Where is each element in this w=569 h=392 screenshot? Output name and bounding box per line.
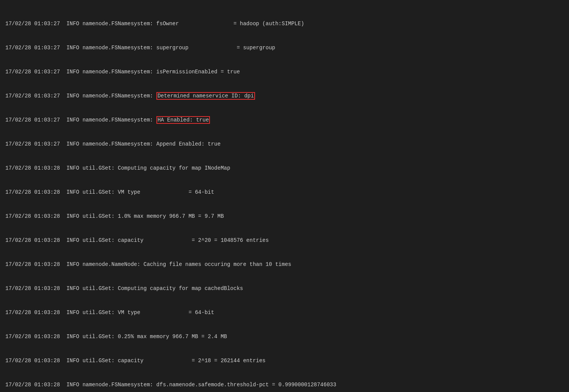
log-line-5: 17/02/28 01:03:27 INFO namenode.FSNamesy… (5, 116, 564, 124)
terminal-output: 17/02/28 01:03:27 INFO namenode.FSNamesy… (5, 4, 564, 392)
log-line-4: 17/02/28 01:03:27 INFO namenode.FSNamesy… (5, 92, 564, 100)
log-line-11: 17/02/28 01:03:28 INFO namenode.NameNode… (5, 261, 564, 269)
log-line-15: 17/02/28 01:03:28 INFO util.GSet: capaci… (5, 357, 564, 365)
highlight-nameservice: Determined nameservice ID: dpi (156, 92, 255, 100)
log-line-14: 17/02/28 01:03:28 INFO util.GSet: 0.25% … (5, 333, 564, 341)
log-line-9: 17/02/28 01:03:28 INFO util.GSet: 1.0% m… (5, 212, 564, 220)
log-line-7: 17/02/28 01:03:28 INFO util.GSet: Comput… (5, 164, 564, 172)
log-line-13: 17/02/28 01:03:28 INFO util.GSet: VM typ… (5, 309, 564, 317)
log-line-2: 17/02/28 01:03:27 INFO namenode.FSNamesy… (5, 44, 564, 52)
log-line-6: 17/02/28 01:03:27 INFO namenode.FSNamesy… (5, 140, 564, 148)
log-line-1: 17/02/28 01:03:27 INFO namenode.FSNamesy… (5, 20, 564, 28)
log-line-16: 17/02/28 01:03:28 INFO namenode.FSNamesy… (5, 381, 564, 389)
log-line-3: 17/02/28 01:03:27 INFO namenode.FSNamesy… (5, 68, 564, 76)
highlight-ha-enabled: HA Enabled: true (156, 116, 210, 124)
log-line-12: 17/02/28 01:03:28 INFO util.GSet: Comput… (5, 285, 564, 293)
log-line-8: 17/02/28 01:03:28 INFO util.GSet: VM typ… (5, 188, 564, 196)
log-line-10: 17/02/28 01:03:28 INFO util.GSet: capaci… (5, 236, 564, 245)
